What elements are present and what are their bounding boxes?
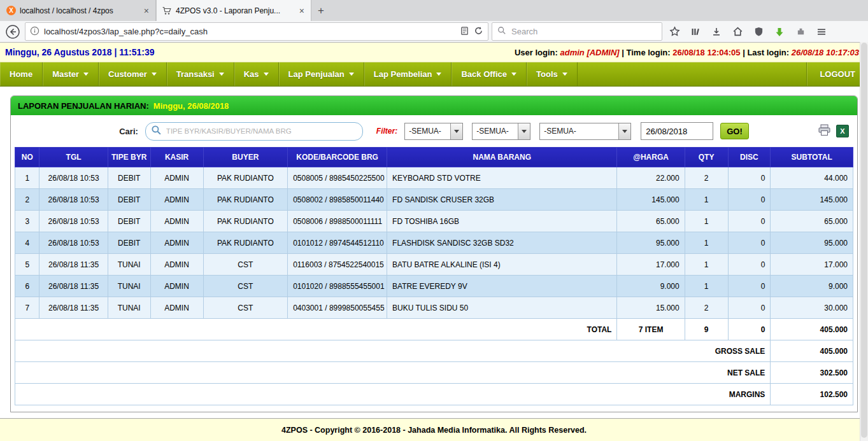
page-scrollbar[interactable] (860, 42, 868, 441)
tab-bar: X localhost / localhost / 4zpos × 4ZPOS … (0, 0, 868, 21)
chevron-down-icon (83, 73, 89, 76)
table-cell: DEBIT (108, 189, 150, 211)
chevron-down-icon (264, 73, 269, 76)
web-page: Minggu, 26 Agustus 2018 | 11:51:39 User … (0, 43, 868, 441)
scrollbar-thumb[interactable] (861, 43, 867, 438)
menu-item-label: Tools (536, 69, 558, 79)
report-search-input[interactable] (165, 127, 356, 136)
url-bar[interactable]: localhost/4zpos3/lap_sale.php?c=daily_ca… (25, 22, 488, 41)
content-area: LAPORAN PENJUALAN HARIAN: Minggu, 26/08/… (0, 87, 868, 418)
menu-item-label: Back Office (461, 69, 507, 79)
table-cell: 0 (728, 276, 771, 297)
table-cell: DEBIT (108, 232, 150, 254)
table-cell: 145.000 (617, 189, 685, 211)
cart-favicon (162, 6, 172, 16)
column-header: NO (15, 148, 39, 167)
browser-tab-4zpos[interactable]: 4ZPOS v3.0 - Laporan Penju... × (156, 0, 311, 21)
menu-item-home[interactable]: Home (0, 62, 43, 86)
menu-item-tools[interactable]: Tools (527, 62, 578, 86)
time-login-label: | Time login: (622, 48, 670, 57)
table-cell: 1 (15, 167, 39, 189)
search-icon (151, 125, 162, 137)
table-cell: BUKU TULIS SIDU 50 (387, 297, 617, 319)
menu-item-transaksi[interactable]: Transaksi (167, 62, 234, 86)
column-header: DISC (728, 148, 771, 167)
summary-value-cell: 405.000 (771, 340, 853, 362)
url-text[interactable]: localhost/4zpos3/lap_sale.php?c=daily_ca… (44, 27, 455, 36)
chevron-down-icon (152, 73, 157, 76)
browser-search-input[interactable] (510, 26, 657, 37)
table-cell: 2 (685, 167, 728, 189)
column-header: TGL (39, 148, 108, 167)
downloads-icon[interactable] (708, 23, 725, 41)
logout-label: LOGOUT (820, 69, 855, 79)
table-cell: 0 (728, 189, 771, 211)
date-input[interactable] (641, 122, 713, 140)
table-row: 526/08/18 11:35TUNAIADMINCST0116003 / 87… (15, 254, 853, 276)
table-cell: 0508006 / 8988500011111 (288, 211, 387, 232)
table-cell: ADMIN (150, 211, 203, 232)
go-button[interactable]: GO! (720, 123, 749, 139)
table-cell: FD TOSHIBA 16GB (387, 211, 617, 232)
star-icon[interactable] (665, 23, 683, 41)
info-icon[interactable] (30, 26, 39, 38)
total-qty-cell: 9 (685, 319, 728, 340)
green-download-icon[interactable] (771, 23, 788, 41)
summary-label-cell: MARGINS (15, 384, 771, 405)
table-cell: CST (203, 276, 288, 297)
reader-view-icon[interactable] (460, 26, 469, 38)
menu-item-label: Home (10, 69, 32, 79)
report-actions: X (818, 115, 849, 147)
table-row: 626/08/18 11:35TUNAIADMINCST0101020 / 89… (15, 276, 853, 297)
logout-button[interactable]: LOGOUT (806, 62, 868, 86)
table-cell: 2 (15, 189, 39, 211)
menu-item-back-office[interactable]: Back Office (452, 62, 527, 86)
excel-export-icon[interactable]: X (836, 125, 849, 137)
table-cell: 65.000 (771, 211, 853, 232)
table-header-row: NOTGLTIPE BYRKASIRBUYERKODE/BARCODE BRGN… (15, 148, 853, 167)
table-cell: 95.000 (771, 232, 853, 254)
tab-close-icon[interactable]: × (298, 6, 306, 16)
menu-item-label: Lap Pembelian (374, 69, 432, 79)
menu-item-kas[interactable]: Kas (234, 62, 279, 86)
new-tab-button[interactable]: + (311, 0, 331, 21)
summary-label-cell: NET SALE (15, 362, 771, 384)
menu-item-customer[interactable]: Customer (99, 62, 167, 86)
extension-icon[interactable] (792, 23, 809, 41)
home-icon[interactable] (729, 23, 746, 41)
print-icon[interactable] (818, 124, 831, 138)
table-cell: 145.000 (771, 189, 853, 211)
library-icon[interactable] (687, 23, 704, 41)
tab-title: localhost / localhost / 4zpos (20, 6, 139, 15)
column-header: NAMA BARANG (387, 148, 617, 167)
filter-select-1[interactable]: -SEMUA- (404, 123, 463, 140)
filter-select-2[interactable]: -SEMUA- (472, 123, 530, 140)
menu-item-lap-pembelian[interactable]: Lap Pembelian (364, 62, 452, 86)
total-disc-cell: 0 (728, 319, 771, 340)
table-row: 226/08/18 10:53DEBITADMINPAK RUDIANTO050… (15, 189, 853, 211)
summary-label-cell: GROSS SALE (15, 340, 771, 362)
menu-icon[interactable] (813, 23, 830, 41)
table-cell: DEBIT (108, 211, 150, 232)
last-login-label: | Last login: (743, 48, 789, 57)
table-cell: PAK RUDIANTO (203, 167, 288, 189)
column-header: KODE/BARCODE BRG (288, 148, 387, 167)
tab-close-icon[interactable]: × (143, 6, 150, 16)
table-cell: KEYBOARD STD VOTRE (387, 167, 617, 189)
reload-icon[interactable] (474, 26, 483, 38)
menu-item-lap-penjualan[interactable]: Lap Penjualan (279, 62, 364, 86)
browser-tab-localhost[interactable]: X localhost / localhost / 4zpos × (1, 0, 156, 21)
table-cell: 22.000 (617, 167, 685, 189)
filter-select-3[interactable]: -SEMUA- (539, 123, 631, 140)
summary-row: NET SALE302.500 (15, 362, 853, 384)
select-value: -SEMUA- (405, 123, 450, 139)
browser-window: X localhost / localhost / 4zpos × 4ZPOS … (0, 0, 868, 441)
table-body: 126/08/18 10:53DEBITADMINPAK RUDIANTO050… (15, 167, 853, 405)
browser-search-bar[interactable] (492, 22, 662, 41)
user-login-value: admin [ADMIN] (560, 48, 619, 57)
status-bar: Minggu, 26 Agustus 2018 | 11:51:39 User … (0, 43, 868, 62)
menu-item-master[interactable]: Master (43, 62, 99, 86)
report-search-field[interactable] (145, 122, 363, 141)
shield-icon[interactable] (750, 23, 767, 41)
back-icon[interactable] (4, 23, 22, 41)
